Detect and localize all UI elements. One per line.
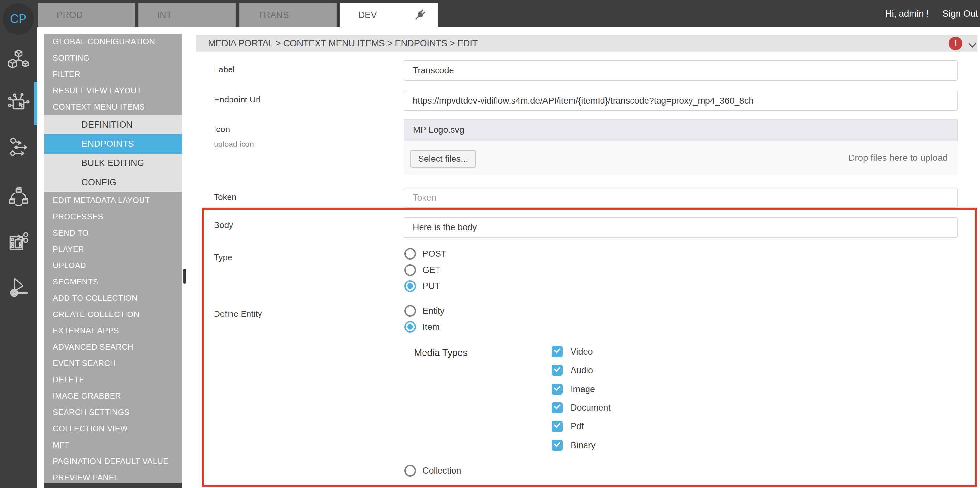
checkbox-document[interactable]: Document (552, 402, 611, 414)
video-cut-icon[interactable] (7, 230, 30, 253)
radio-post[interactable]: POST (404, 247, 447, 260)
sidebar-item-global-configuration[interactable]: GLOBAL CONFIGURATION (45, 33, 182, 50)
media-types-label: Media Types (414, 348, 468, 358)
cp-logo[interactable]: CP (3, 3, 34, 35)
checkbox-icon (552, 440, 563, 451)
scrollbar-thumb[interactable] (183, 269, 186, 284)
token-input[interactable] (404, 188, 958, 208)
radio-icon (404, 280, 416, 292)
token-field-label: Token (214, 192, 236, 202)
body-field-label: Body (214, 220, 233, 230)
workflow-icon[interactable] (7, 136, 30, 159)
tab-int[interactable]: INT (138, 3, 236, 27)
checkbox-pdf[interactable]: Pdf (552, 420, 584, 432)
checkbox-icon (552, 346, 563, 357)
sidebar-item-processes[interactable]: PROCESSES (45, 209, 182, 225)
checkbox-icon (552, 402, 563, 413)
tab-trans[interactable]: TRANS (239, 3, 337, 27)
sidebar-item-search-settings[interactable]: SEARCH SETTINGS (45, 404, 182, 421)
sidebar-item-segments[interactable]: SEGMENTS (45, 274, 182, 290)
sidebar-item-event-search[interactable]: EVENT SEARCH (45, 355, 182, 372)
error-badge-icon[interactable]: ! (949, 37, 963, 50)
drop-files-hint: Drop files here to upload (848, 153, 948, 163)
sidebar-item-image-grabber[interactable]: IMAGE GRABBER (45, 388, 182, 404)
radio-icon (404, 248, 416, 260)
radio-collection[interactable]: Collection (404, 464, 461, 477)
radio-icon (404, 305, 416, 317)
sidebar-item-upload[interactable]: UPLOAD (45, 257, 182, 274)
body-input[interactable] (404, 217, 958, 238)
sidebar-item-context-menu-items[interactable]: CONTEXT MENU ITEMS (45, 99, 182, 115)
select-files-button[interactable]: Select files... (410, 150, 476, 167)
top-bar: PROD INT TRANS DEV Hi, admin ! Sign O (0, 0, 980, 27)
checkbox-image[interactable]: Image (552, 383, 595, 396)
icon-field-label: Icon (214, 124, 230, 134)
tab-label: DEV (358, 10, 377, 20)
radio-icon (404, 321, 416, 333)
endpoint-url-label: Endpoint Url (214, 94, 261, 105)
sidebar-item-result-view-layout[interactable]: RESULT VIEW LAYOUT (45, 83, 182, 99)
tab-label: TRANS (258, 10, 289, 20)
tab-label: INT (157, 10, 172, 20)
touch-portal-icon[interactable] (7, 92, 30, 115)
app-window: PROD INT TRANS DEV Hi, admin ! Sign O (0, 0, 980, 488)
radio-get[interactable]: GET (404, 264, 441, 276)
tab-prod[interactable]: PROD (38, 3, 135, 27)
checkbox-video[interactable]: Video (552, 346, 593, 358)
sidebar-item-edit-metadata-layout[interactable]: EDIT METADATA LAYOUT (45, 192, 182, 209)
user-greeting: Hi, admin ! (885, 8, 929, 19)
sidebar-item-player[interactable]: PLAYER (45, 241, 182, 257)
checkbox-audio[interactable]: Audio (552, 364, 593, 376)
type-group-label: Type (214, 252, 232, 263)
checkbox-binary[interactable]: Binary (552, 439, 596, 451)
active-section-indicator (34, 82, 38, 124)
sign-out-link[interactable]: Sign Out (942, 8, 978, 19)
sidebar-item-collection-view[interactable]: COLLECTION VIEW (45, 421, 182, 437)
label-input[interactable] (404, 61, 958, 81)
file-dropzone[interactable]: Select files... Drop files here to uploa… (404, 141, 958, 175)
checkbox-icon (552, 365, 563, 376)
uploaded-filename: MP Logo.svg (404, 119, 958, 141)
sidebar-item-bulk-editing[interactable]: BULK EDITING (45, 154, 182, 173)
plug-icon (413, 8, 427, 22)
radio-entity[interactable]: Entity (404, 305, 445, 317)
radio-put[interactable]: PUT (404, 280, 440, 292)
cp-logo-text: CP (10, 12, 26, 26)
breadcrumb-bar: MEDIA PORTAL > CONTEXT MENU ITEMS > ENDP… (196, 35, 977, 51)
sidebar-item-add-to-collection[interactable]: ADD TO COLLECTION (45, 290, 182, 306)
label-field-label: Label (214, 64, 235, 75)
radio-icon (404, 465, 416, 477)
radio-item[interactable]: Item (404, 321, 440, 333)
sidebar-item-endpoints[interactable]: ENDPOINTS (45, 134, 182, 154)
sidebar-item-pagination-default-value[interactable]: PAGINATION DEFAULT VALUE (45, 453, 182, 469)
settings-menu: GLOBAL CONFIGURATION SORTING FILTER RESU… (45, 33, 182, 486)
checkbox-icon (552, 421, 563, 432)
sidebar-item-mft[interactable]: MFT (45, 437, 182, 453)
sidebar-item-create-collection[interactable]: CREATE COLLECTION (45, 306, 182, 323)
app-rail (0, 27, 38, 488)
sidebar-item-send-to[interactable]: SEND TO (45, 225, 182, 241)
upload-icon-sublabel: upload icon (214, 139, 254, 149)
marker-icon[interactable] (7, 275, 30, 298)
sidebar-item-filter[interactable]: FILTER (45, 66, 182, 83)
endpoint-url-input[interactable] (404, 91, 958, 111)
tab-label: PROD (57, 10, 83, 20)
cubes-icon[interactable] (7, 48, 30, 71)
define-entity-label: Define Entity (214, 309, 262, 319)
sidebar-bottom-bar (45, 483, 182, 488)
checkbox-icon (552, 384, 563, 395)
radio-icon (404, 264, 416, 276)
sidebar-item-delete[interactable]: DELETE (45, 372, 182, 388)
distribution-icon[interactable] (7, 185, 30, 208)
sidebar-item-advanced-search[interactable]: ADVANCED SEARCH (45, 339, 182, 355)
sidebar-item-external-apps[interactable]: EXTERNAL APPS (45, 323, 182, 339)
sidebar-item-sorting[interactable]: SORTING (45, 50, 182, 66)
tab-dev[interactable]: DEV (340, 3, 438, 27)
sidebar-item-config[interactable]: CONFIG (45, 173, 182, 192)
chevron-down-icon[interactable] (969, 40, 976, 48)
sidebar-item-definition[interactable]: DEFINITION (45, 115, 182, 134)
breadcrumb: MEDIA PORTAL > CONTEXT MENU ITEMS > ENDP… (196, 38, 477, 49)
